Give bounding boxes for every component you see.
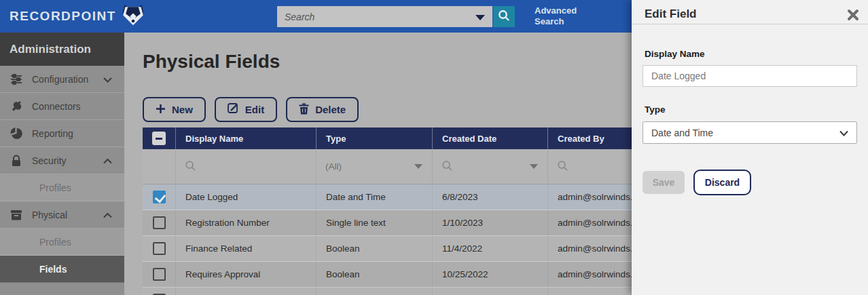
cell-created-date: 1/10/2023 <box>433 210 548 235</box>
cell-display-name: Registration Number <box>176 210 317 235</box>
trash-icon <box>299 103 309 117</box>
search-icon <box>185 160 196 174</box>
display-name-input[interactable] <box>643 65 857 87</box>
edit-button-label: Edit <box>245 104 264 115</box>
type-label: Type <box>645 104 666 115</box>
search-button[interactable] <box>493 6 515 27</box>
search-scope-dropdown-icon[interactable] <box>475 15 485 20</box>
sidebar-item-label: Profiles <box>39 237 71 248</box>
recordpoint-logo[interactable]: RECORDPOINT <box>10 0 145 33</box>
chevron-down-icon <box>103 74 112 85</box>
close-icon[interactable] <box>847 9 859 21</box>
created-date-filter[interactable] <box>433 149 548 184</box>
physical-fields-table: Display Name Type Created Date Created B… <box>143 127 672 295</box>
table-header-row: Display Name Type Created Date Created B… <box>143 127 672 149</box>
sidebar-item-label: Security <box>32 155 67 166</box>
cell-type: Boolean <box>317 236 433 261</box>
cell-created-date: 10/12/2022 <box>433 288 548 295</box>
table-row[interactable]: Finance Related Boolean 11/4/2022 admin@… <box>143 236 672 262</box>
sliders-icon <box>10 73 22 85</box>
sidebar-item-configuration[interactable]: Configuration <box>0 66 124 93</box>
sidebar-item-label: Reporting <box>32 128 73 139</box>
select-all-cell <box>143 127 176 149</box>
sidebar-item-security[interactable]: Security <box>0 147 124 174</box>
search-icon <box>557 160 568 174</box>
display-name-label: Display Name <box>645 49 705 59</box>
cell-display-name: Requires Approval <box>176 262 317 287</box>
sidebar-item-label: Configuration <box>32 74 88 85</box>
cell-created-date: 11/4/2022 <box>433 236 548 261</box>
new-button-label: New <box>172 104 193 115</box>
column-header-type[interactable]: Type <box>317 127 433 149</box>
panel-title: Edit Field <box>645 7 697 21</box>
type-filter-value: (All) <box>325 161 342 172</box>
sidebar-item-label: Connectors <box>32 101 81 112</box>
page-title: Physical Fields <box>143 51 280 73</box>
sidebar-title: Administration <box>0 33 124 66</box>
table-row[interactable]: Cost Center Code List of Values 10/12/20… <box>143 288 672 295</box>
cell-created-date: 10/25/2022 <box>433 262 548 287</box>
cell-type: List of Values <box>317 288 433 295</box>
advanced-search-link[interactable]: Advanced Search <box>535 5 589 27</box>
type-filter-dropdown[interactable]: (All) <box>317 149 433 184</box>
row-checkbox[interactable] <box>153 191 166 203</box>
cell-display-name: Finance Related <box>176 236 317 261</box>
edit-pencil-icon <box>228 103 239 117</box>
row-checkbox[interactable] <box>153 268 166 281</box>
sidebar-item-physical-fields[interactable]: Fields <box>0 256 124 283</box>
recordpoint-app: RECORDPOINT <box>0 0 868 295</box>
save-button[interactable]: Save <box>643 171 685 194</box>
filter-cell-empty <box>143 149 176 184</box>
plug-icon <box>10 100 22 113</box>
sidebar-item-reporting[interactable]: Reporting <box>0 120 124 147</box>
table-row[interactable]: Requires Approval Boolean 10/25/2022 adm… <box>143 262 672 288</box>
cell-display-name: Date Logged <box>176 184 317 210</box>
edit-button[interactable]: Edit <box>215 97 277 122</box>
cell-display-name: Cost Center Code <box>176 288 317 295</box>
edit-field-panel: Edit Field Display Name Type Date and Ti… <box>632 0 868 295</box>
caret-down-icon <box>414 164 422 169</box>
select-all-checkbox[interactable] <box>152 132 166 145</box>
delete-button[interactable]: Delete <box>286 97 359 122</box>
plus-icon <box>156 104 166 116</box>
table-row[interactable]: Date Logged Date and Time 6/8/2023 admin… <box>143 184 672 210</box>
chevron-up-icon <box>103 210 112 220</box>
column-header-display-name[interactable]: Display Name <box>176 127 317 149</box>
new-button[interactable]: New <box>143 97 206 122</box>
recordpoint-logo-text: RECORDPOINT <box>10 9 116 24</box>
sidebar-item-label: Profiles <box>39 182 71 193</box>
sidebar-item-label: Physical <box>32 210 67 220</box>
cell-type: Boolean <box>317 262 433 287</box>
cell-created-date: 6/8/2023 <box>433 184 548 210</box>
table-row[interactable]: Registration Number Single line text 1/1… <box>143 210 672 236</box>
sidebar-item-physical[interactable]: Physical <box>0 201 124 229</box>
global-search <box>277 6 515 27</box>
search-icon <box>498 9 510 24</box>
search-icon <box>441 160 453 174</box>
search-input[interactable] <box>277 6 492 27</box>
panel-header: Edit Field <box>632 0 868 24</box>
cell-type: Date and Time <box>317 184 433 210</box>
chevron-down-icon <box>839 127 848 138</box>
type-select[interactable]: Date and Time <box>643 121 857 144</box>
row-checkbox[interactable] <box>153 216 166 229</box>
sidebar-item-connectors[interactable]: Connectors <box>0 93 124 120</box>
type-select-value: Date and Time <box>651 127 713 138</box>
sidebar-item-physical-profiles[interactable]: Profiles <box>0 229 124 256</box>
delete-button-label: Delete <box>315 104 346 115</box>
grid-toolbar: New Edit Delete <box>143 97 359 122</box>
table-filter-row: (All) <box>143 149 672 184</box>
pie-chart-icon <box>10 127 22 140</box>
display-name-filter[interactable] <box>176 149 317 184</box>
husky-logo-icon <box>122 5 145 28</box>
sidebar-item-security-profiles[interactable]: Profiles <box>0 174 124 201</box>
row-checkbox[interactable] <box>153 242 166 255</box>
column-header-created-date[interactable]: Created Date <box>433 127 548 149</box>
discard-button[interactable]: Discard <box>693 170 751 195</box>
caret-down-icon <box>530 164 538 169</box>
lock-icon <box>10 155 22 167</box>
chevron-up-icon <box>103 155 112 166</box>
admin-sidebar: Administration Configuration Connectors <box>0 33 124 295</box>
archive-box-icon <box>10 209 22 221</box>
cell-type: Single line text <box>317 210 433 235</box>
